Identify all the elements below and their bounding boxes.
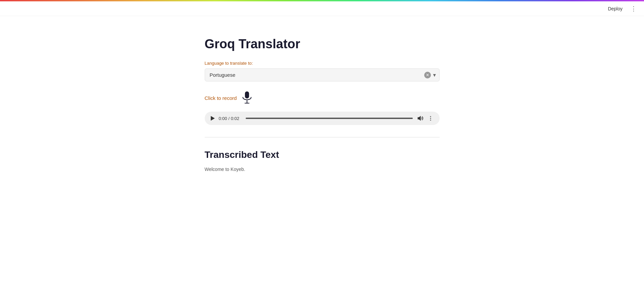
chevron-down-icon: ▼ <box>432 72 437 78</box>
progress-bar[interactable] <box>246 118 413 119</box>
page-title: Groq Translator <box>205 37 440 51</box>
svg-point-6 <box>430 120 431 121</box>
record-section: Click to record <box>205 91 440 105</box>
svg-marker-3 <box>417 116 420 121</box>
volume-button[interactable] <box>417 115 424 122</box>
time-display: 0:00 / 0:02 <box>219 116 242 121</box>
transcribed-text: Welcome to Koyeb. <box>205 166 440 173</box>
click-to-record-label: Click to record <box>205 95 237 101</box>
deploy-button[interactable]: Deploy <box>604 4 626 13</box>
microphone-button[interactable] <box>240 91 254 105</box>
language-select[interactable]: Portuguese English Spanish French German… <box>205 68 440 81</box>
language-select-wrapper: Portuguese English Spanish French German… <box>205 68 440 81</box>
audio-player: 0:00 / 0:02 <box>205 112 440 125</box>
select-controls: ✕ ▼ <box>424 72 437 78</box>
audio-more-options-button[interactable] <box>428 115 434 121</box>
section-divider <box>205 137 440 137</box>
play-button[interactable] <box>211 116 215 121</box>
language-label: Language to translate to: <box>205 61 440 66</box>
clear-button[interactable]: ✕ <box>424 72 431 78</box>
more-menu-button[interactable]: ⋮ <box>629 4 639 14</box>
nav-actions: Deploy ⋮ <box>604 4 639 14</box>
play-icon <box>211 116 215 121</box>
svg-rect-0 <box>245 91 249 99</box>
svg-point-5 <box>430 118 431 119</box>
volume-icon <box>417 115 424 122</box>
microphone-icon <box>240 91 254 105</box>
top-nav: Deploy ⋮ <box>0 1 644 16</box>
transcribed-title: Transcribed Text <box>205 149 440 160</box>
main-content: Groq Translator Language to translate to… <box>191 0 453 173</box>
svg-point-4 <box>430 116 431 117</box>
rainbow-bar <box>0 0 644 1</box>
more-options-icon <box>428 115 434 121</box>
